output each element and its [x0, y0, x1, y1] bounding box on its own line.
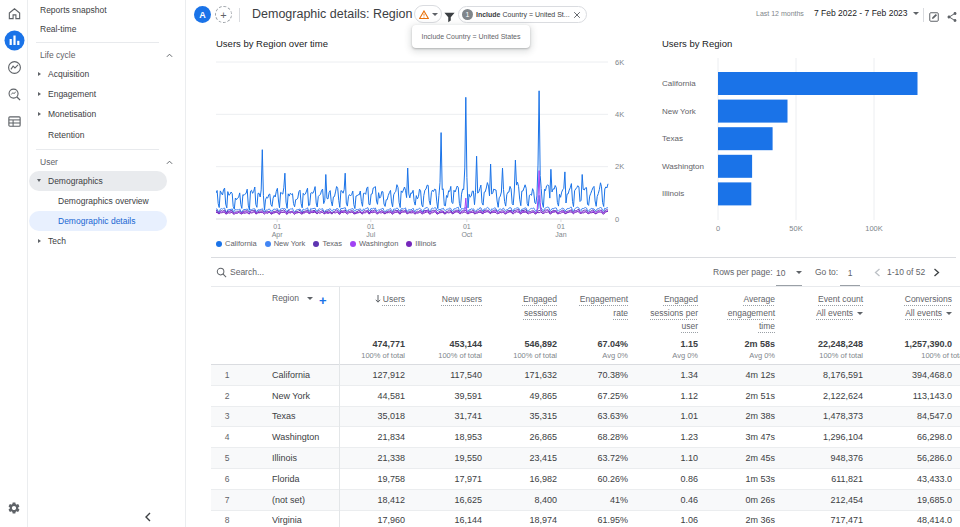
- row-rank: 7: [211, 495, 237, 505]
- totals-value: 2m 58s: [698, 334, 775, 349]
- sidebar-item-retention[interactable]: Retention: [29, 125, 185, 145]
- row-value: 39,591: [405, 391, 482, 401]
- row-value: 2m 38s: [698, 411, 775, 421]
- row-value: 19,550: [405, 453, 482, 463]
- collapse-sidebar-button[interactable]: [141, 510, 155, 524]
- date-range-selector[interactable]: 7 Feb 2022 - 7 Feb 2023: [814, 8, 919, 18]
- table-row-texas[interactable]: 3Texas35,01831,74135,31563.63%1.012m 38s…: [211, 407, 960, 428]
- column-header-text: sessions per: [650, 308, 698, 318]
- sidebar-item-engagement[interactable]: Engagement: [29, 84, 185, 104]
- totals-sub: 100% of total: [405, 349, 482, 360]
- filter-chip-include-country[interactable]: 1 Include Country = United St...: [458, 6, 587, 23]
- row-value: 611,821: [775, 474, 863, 484]
- row-value: 1m 53s: [698, 474, 775, 484]
- share-icon: [946, 11, 958, 23]
- column-header-users[interactable]: Users: [339, 287, 405, 334]
- sidebar-item-acquisition[interactable]: Acquisition: [29, 64, 185, 84]
- svg-text:100K: 100K: [865, 224, 883, 233]
- sidebar-item-realtime[interactable]: Real-time: [29, 19, 185, 38]
- next-page-icon[interactable]: [933, 268, 940, 277]
- explore-button[interactable]: [3, 56, 25, 78]
- row-rank: 6: [211, 474, 237, 484]
- legend-label: New York: [274, 239, 306, 248]
- row-value: 2,122,624: [775, 391, 863, 401]
- nav-divider: [29, 38, 185, 46]
- report-nav-sidebar: Reports snapshotReal-timeLife cycleAcqui…: [29, 0, 186, 527]
- prev-page-icon[interactable]: [874, 268, 881, 277]
- legend-label: Illinois: [415, 239, 436, 248]
- chip-close-icon[interactable]: [573, 11, 581, 19]
- sidebar-item-reports-snapshot[interactable]: Reports snapshot: [29, 0, 185, 19]
- nav-section-life-cycle[interactable]: Life cycle: [29, 46, 185, 64]
- reports-button[interactable]: [3, 29, 25, 51]
- column-header-text: Average: [743, 294, 775, 304]
- advertising-button[interactable]: [3, 83, 25, 105]
- row-region: Texas: [237, 411, 339, 421]
- sidebar-item-demographics[interactable]: Demographics: [29, 171, 167, 191]
- home-button[interactable]: [3, 2, 25, 24]
- row-value: 26,865: [482, 432, 557, 442]
- table-row--not-set-[interactable]: 7(not set)18,41216,6258,40041%0.460m 26s…: [211, 490, 960, 511]
- home-icon: [7, 6, 22, 21]
- column-header-engaged-sessions[interactable]: Engagedsessions: [482, 287, 557, 334]
- row-value: 1.12: [628, 391, 698, 401]
- column-header-text: Engaged: [523, 294, 557, 304]
- row-region: (not set): [237, 495, 339, 505]
- expand-caret-icon: [38, 92, 41, 96]
- row-value: 63.72%: [557, 453, 628, 463]
- search-icon: [216, 267, 227, 278]
- library-button[interactable]: [3, 110, 25, 132]
- sidebar-item-demographics-overview[interactable]: Demographics overview: [29, 191, 185, 211]
- column-header-engaged-sessions-per-user[interactable]: Engagedsessions peruser: [628, 287, 698, 334]
- row-value: 44,581: [339, 391, 405, 401]
- row-value: 171,632: [482, 370, 557, 380]
- row-value: 63.63%: [557, 411, 628, 421]
- column-header-conversions[interactable]: ConversionsAll events: [863, 287, 952, 334]
- table-search-row: Search... Rows per page: 10 Go to: 1 1-1…: [211, 258, 960, 287]
- table-row-new-york[interactable]: 2New York44,58139,59149,86567.25%1.122m …: [211, 386, 960, 407]
- row-value: 2m 36s: [698, 515, 775, 525]
- collapse-chevron-icon: [144, 512, 152, 522]
- row-value: 49,865: [482, 391, 557, 401]
- row-value: 21,338: [339, 453, 405, 463]
- data-quality-button[interactable]: [414, 5, 442, 23]
- column-header-new-users[interactable]: New users: [405, 287, 482, 334]
- table-row-florida[interactable]: 6Florida19,75817,97116,98260.26%0.861m 5…: [211, 469, 960, 490]
- row-value: 21,834: [339, 432, 405, 442]
- row-region: Florida: [237, 474, 339, 484]
- add-column-button[interactable]: +: [319, 293, 327, 308]
- comparison-chip-all-users[interactable]: A: [194, 6, 211, 23]
- goto-input[interactable]: 1: [840, 260, 860, 286]
- column-subheader-text: All events: [816, 308, 853, 318]
- column-header-event-count[interactable]: Event countAll events: [775, 287, 863, 334]
- sidebar-item-monetisation[interactable]: Monetisation: [29, 104, 185, 124]
- table-row-illinois[interactable]: 5Illinois21,33819,55023,41563.72%1.102m …: [211, 448, 960, 469]
- table-row-virginia[interactable]: 8Virginia17,96016,14418,97461.95%1.062m …: [211, 511, 960, 527]
- admin-button[interactable]: [3, 497, 25, 519]
- svg-text:California: California: [662, 79, 696, 88]
- column-header-engagement-rate[interactable]: Engagementrate: [557, 287, 628, 334]
- customize-report-button[interactable]: [928, 9, 940, 27]
- header-divider: [239, 8, 240, 22]
- row-value: 394,468.0: [863, 370, 952, 380]
- column-header-average-engagement-time[interactable]: Averageengagementtime: [698, 287, 775, 334]
- nav-section-user[interactable]: User: [29, 153, 185, 171]
- row-value: 17,960: [339, 515, 405, 525]
- search-input[interactable]: Search...: [230, 258, 264, 287]
- sidebar-item-demographic-details[interactable]: Demographic details: [29, 211, 167, 231]
- row-value: 23,415: [482, 453, 557, 463]
- table-row-california[interactable]: 1California127,912117,540171,63270.38%1.…: [211, 365, 960, 386]
- sidebar-item-tech[interactable]: Tech: [29, 231, 185, 251]
- column-header-text: Users: [383, 294, 405, 304]
- row-value: 0m 26s: [698, 495, 775, 505]
- row-value: 127,912: [339, 370, 405, 380]
- reports-icon: [4, 30, 25, 51]
- users-by-region-bar-chart: 050K100KCaliforniaNew YorkTexasWashingto…: [656, 50, 956, 240]
- line-chart-legend: CaliforniaNew YorkTexasWashingtonIllinoi…: [216, 239, 436, 248]
- pagination-range: 1-10 of 52: [887, 258, 925, 287]
- share-button[interactable]: [946, 9, 958, 27]
- rows-per-page-select[interactable]: 10: [776, 260, 802, 286]
- add-comparison-button[interactable]: +: [215, 6, 232, 23]
- table-row-washington[interactable]: 4Washington21,83418,95326,86568.28%1.233…: [211, 427, 960, 448]
- column-header-text: rate: [613, 308, 628, 318]
